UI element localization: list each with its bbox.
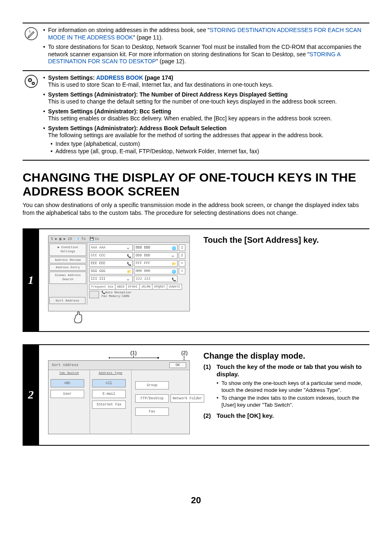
- index-tab[interactable]: Frequent Use: [89, 284, 115, 290]
- addr-type-all[interactable]: All: [92, 379, 126, 387]
- cc-tab[interactable]: 💾 Cc: [90, 237, 99, 241]
- page-indicator: 1: [179, 244, 185, 251]
- index-tab[interactable]: UVWXYZ: [167, 284, 182, 290]
- breadcrumb-count: 5 ▶ ▦ ▶ 15: [51, 237, 72, 241]
- note-block-info: For information on storing addresses in …: [23, 23, 369, 71]
- svg-point-8: [109, 357, 110, 359]
- to-tab[interactable]: 📧 To: [76, 237, 85, 241]
- address-book-screenshot: 5 ▶ ▦ ▶ 15 📧 To 💾 Cc ▶ Condition Setting…: [44, 235, 190, 324]
- svg-point-5: [33, 83, 34, 84]
- destination-key[interactable]: BBB BBB🌐: [134, 244, 178, 251]
- page-indicator: 2: [179, 252, 185, 259]
- dialog-title: Sort Address: [52, 363, 78, 367]
- index-tab[interactable]: ABCD: [115, 284, 126, 290]
- tab-switch-label: Tab Switch: [48, 371, 90, 375]
- step2-sub1-b1: To show only the one-touch keys of a par…: [217, 380, 367, 394]
- step-1-title: Touch the [Sort Address] key.: [203, 235, 367, 245]
- step-1: 1 5 ▶ ▦ ▶ 15 📧 To 💾 Cc ▶ Condition Setti…: [23, 228, 369, 332]
- destination-key[interactable]: AAA AAA✉: [89, 244, 133, 251]
- tab-switch-abc[interactable]: ABC: [51, 379, 84, 387]
- destination-key[interactable]: FFF FFF📁: [134, 260, 178, 267]
- sort-address-screenshot: (1) (2) Sort Address OK: [44, 351, 190, 438]
- addr-type-ifax[interactable]: Internet Fax: [92, 401, 126, 409]
- sort-address-button[interactable]: Sort Address: [49, 297, 85, 304]
- destination-key[interactable]: EEE EEE📞: [89, 260, 133, 267]
- preview-icon[interactable]: [89, 291, 99, 298]
- page-heading: CHANGING THE DISPLAY OF ONE-TOUCH KEYS I…: [23, 170, 369, 199]
- note-block-settings: System Settings: ADDRESS BOOK (page 174)…: [23, 71, 369, 161]
- addr-type-fax[interactable]: Fax: [135, 408, 169, 416]
- note1-item-2: To store destinations for Scan to Deskto…: [43, 44, 367, 65]
- gear-note-icon: [24, 74, 38, 88]
- destination-key[interactable]: JJJ JJJ📞: [134, 276, 178, 282]
- footer-status: 📞Auto Reception Fax Memory:100%: [101, 291, 131, 298]
- address-type-label: Address Type: [90, 371, 131, 375]
- ok-button[interactable]: OK: [169, 362, 186, 368]
- index-tab[interactable]: JKLMN: [139, 284, 152, 290]
- note1-item-1: For information on storing addresses in …: [43, 27, 367, 41]
- destination-key[interactable]: CCC CCC📞: [89, 252, 133, 259]
- sidebar-address-review[interactable]: Address Review: [49, 257, 86, 263]
- svg-point-4: [29, 79, 31, 81]
- pencil-note-icon: [24, 27, 38, 41]
- step2-sub1: Touch the key of the mode or tab that yo…: [203, 363, 367, 409]
- destination-key[interactable]: III III✉: [89, 276, 133, 282]
- step-1-number: 1: [23, 228, 39, 332]
- note2-item-1: System Settings: ADDRESS BOOK (page 174)…: [43, 74, 367, 89]
- step-2-title: Change the display mode.: [203, 351, 367, 361]
- step2-sub1-b2: To change the index tabs to the custom i…: [217, 395, 367, 409]
- link-address-book[interactable]: ADDRESS BOOK: [96, 74, 143, 81]
- step-2-number: 2: [23, 344, 39, 446]
- destination-key[interactable]: DDD DDD✉: [134, 252, 178, 259]
- pointing-hand-icon: [73, 311, 88, 325]
- sidebar-global-search[interactable]: Global Address Search: [49, 272, 86, 284]
- page-number: 20: [23, 495, 369, 506]
- note2-item-4-sub-2: Address type (all, group, E-mail, FTP/De…: [51, 147, 367, 155]
- sidebar-condition-settings[interactable]: ▶ Condition Settings: [49, 244, 86, 256]
- sidebar-address-entry[interactable]: Address Entry: [49, 264, 86, 271]
- svg-point-9: [157, 357, 159, 359]
- step2-sub2: Touch the [OK] key.: [203, 412, 367, 420]
- step-2: 2 (1) (2): [23, 344, 369, 446]
- lead-paragraph: You can show destinations of only a spec…: [23, 201, 369, 217]
- destination-key[interactable]: GGG GGG📁: [89, 268, 133, 274]
- addr-type-group[interactable]: Group: [135, 381, 169, 389]
- addr-type-ftp[interactable]: FTP/Desktop: [135, 394, 169, 403]
- scroll-down-button[interactable]: ⬇: [179, 268, 185, 274]
- scroll-up-button[interactable]: ⬆: [179, 260, 185, 267]
- addr-type-netfolder[interactable]: Network Folder: [171, 394, 204, 403]
- note2-item-4-sub-1: Index type (alphabetical, custom): [51, 140, 367, 147]
- destination-key[interactable]: HHH HHH🌐: [134, 268, 178, 274]
- index-tab[interactable]: EFGHI: [126, 284, 139, 290]
- note2-item-4: System Settings (Administrator): Address…: [43, 125, 367, 155]
- addr-type-email[interactable]: E-mail: [92, 390, 126, 398]
- tab-switch-user[interactable]: User: [51, 390, 84, 398]
- note2-item-3: System Settings (Administrator): Bcc Set…: [43, 108, 367, 122]
- index-tab[interactable]: OPQRST: [152, 284, 167, 290]
- note2-item-2: System Settings (Administrator): The Num…: [43, 91, 367, 106]
